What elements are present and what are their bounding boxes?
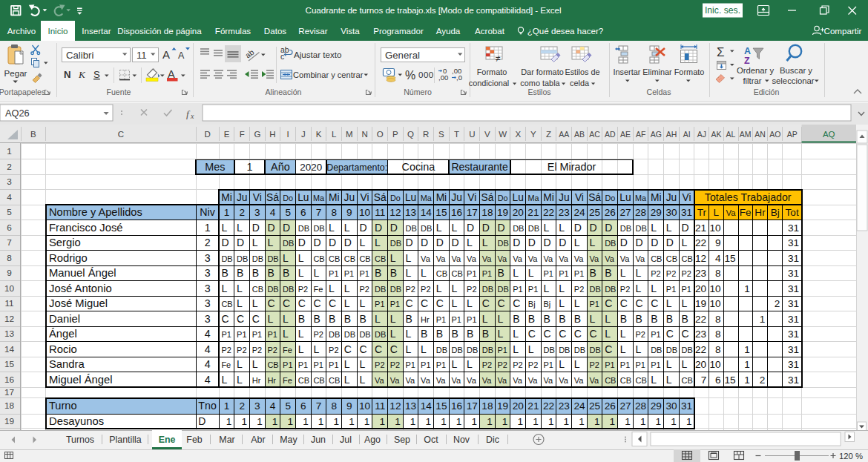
svg-text:18: 18 xyxy=(481,400,493,412)
svg-text:Mi: Mi xyxy=(329,192,340,203)
svg-text:DB: DB xyxy=(574,346,585,354)
svg-text:L: L xyxy=(221,283,227,294)
svg-text:L: L xyxy=(635,343,641,355)
svg-text:19: 19 xyxy=(497,207,508,218)
svg-text:Z: Z xyxy=(744,56,750,66)
svg-text:Sá: Sá xyxy=(374,192,387,203)
svg-text:C: C xyxy=(405,297,412,309)
svg-text:DB: DB xyxy=(605,239,616,248)
svg-text:Va: Va xyxy=(543,254,553,263)
svg-text:DB: DB xyxy=(405,224,416,233)
svg-text:31: 31 xyxy=(788,237,799,248)
svg-text:P1: P1 xyxy=(513,285,522,294)
svg-text:Do: Do xyxy=(605,194,615,202)
svg-text:L: L xyxy=(405,252,411,264)
svg-text:C: C xyxy=(559,328,566,340)
svg-text:D: D xyxy=(513,237,520,248)
svg-text:Vi: Vi xyxy=(467,192,476,203)
svg-text:condicional: condicional xyxy=(469,79,510,88)
svg-text:1: 1 xyxy=(7,146,12,156)
svg-text:P2: P2 xyxy=(237,346,246,354)
svg-text:18: 18 xyxy=(4,400,15,411)
svg-text:L: L xyxy=(237,222,243,234)
svg-text:Va: Va xyxy=(559,254,569,263)
svg-text:10: 10 xyxy=(709,359,721,370)
svg-text:Vi: Vi xyxy=(575,192,584,203)
svg-text:AM: AM xyxy=(740,130,752,139)
svg-text:CB: CB xyxy=(436,269,447,278)
svg-text:D: D xyxy=(589,222,596,234)
svg-text:L: L xyxy=(451,297,457,309)
svg-text:A: A xyxy=(744,46,751,56)
svg-text:10: 10 xyxy=(709,222,721,234)
svg-text:1: 1 xyxy=(349,416,355,427)
svg-text:P2: P2 xyxy=(267,346,277,354)
svg-text:C: C xyxy=(682,328,689,340)
svg-text:B: B xyxy=(574,313,581,325)
svg-text:P1: P1 xyxy=(543,269,553,278)
svg-text:L: L xyxy=(344,283,350,294)
svg-text:Turnos: Turnos xyxy=(66,435,94,445)
svg-text:L: L xyxy=(574,237,580,248)
svg-text:%: % xyxy=(405,69,415,82)
svg-text:L: L xyxy=(666,374,672,386)
svg-text:DB: DB xyxy=(375,330,386,339)
svg-text:1: 1 xyxy=(671,416,677,427)
svg-text:1: 1 xyxy=(686,416,692,427)
svg-text:1: 1 xyxy=(241,416,247,427)
svg-text:DB: DB xyxy=(344,330,355,339)
svg-text:B: B xyxy=(283,267,289,279)
svg-text:P1: P1 xyxy=(283,360,292,369)
svg-text:10: 10 xyxy=(709,298,721,309)
svg-text:Pegar: Pegar xyxy=(4,68,27,78)
svg-text:Disposición de página: Disposición de página xyxy=(117,26,202,36)
svg-text:L: L xyxy=(620,328,626,340)
svg-text:Mi: Mi xyxy=(436,192,447,203)
svg-text:20: 20 xyxy=(695,359,707,370)
svg-text:6: 6 xyxy=(300,207,306,218)
svg-text:L: L xyxy=(620,267,626,279)
svg-text:1: 1 xyxy=(548,416,554,427)
svg-text:10: 10 xyxy=(359,207,371,218)
svg-text:L: L xyxy=(528,343,534,355)
svg-text:B: B xyxy=(620,313,627,325)
svg-text:Va: Va xyxy=(390,376,401,385)
svg-text:D: D xyxy=(682,222,689,234)
svg-text:Tot: Tot xyxy=(786,207,799,218)
svg-text:C: C xyxy=(313,297,320,309)
svg-text:L: L xyxy=(682,358,688,370)
svg-text:L: L xyxy=(666,358,672,370)
svg-text:L: L xyxy=(528,267,534,279)
svg-text:10: 10 xyxy=(709,283,721,294)
svg-text:L: L xyxy=(666,297,672,309)
svg-text:D: D xyxy=(543,237,550,248)
svg-text:Sá: Sá xyxy=(588,192,601,203)
svg-text:Ma: Ma xyxy=(527,194,539,202)
svg-text:P1: P1 xyxy=(574,269,584,278)
svg-text:L: L xyxy=(451,222,457,234)
svg-text:1: 1 xyxy=(625,416,631,427)
svg-text:P2: P2 xyxy=(589,360,599,369)
svg-text:Va: Va xyxy=(451,376,461,385)
svg-text:D: D xyxy=(283,222,290,234)
svg-text:filtrar: filtrar xyxy=(743,76,761,85)
svg-text:Va: Va xyxy=(589,254,599,263)
svg-text:15: 15 xyxy=(4,359,15,369)
svg-text:H: H xyxy=(269,130,275,139)
svg-text:3: 3 xyxy=(7,176,12,187)
svg-text:Programador: Programador xyxy=(373,26,424,36)
svg-text:1: 1 xyxy=(272,416,278,427)
svg-text:Ju: Ju xyxy=(451,192,462,203)
svg-text:Sá: Sá xyxy=(481,192,493,203)
svg-text:Va: Va xyxy=(528,254,539,263)
svg-text:Fe: Fe xyxy=(221,360,231,369)
svg-text:L: L xyxy=(589,237,595,248)
svg-text:L: L xyxy=(497,328,503,340)
svg-text:14: 14 xyxy=(421,400,433,412)
svg-text:21: 21 xyxy=(527,400,539,412)
svg-text:B: B xyxy=(513,313,519,325)
svg-text:B: B xyxy=(605,267,611,279)
svg-text:D: D xyxy=(436,237,444,248)
svg-text:L: L xyxy=(405,328,411,340)
svg-text:P1: P1 xyxy=(605,360,614,369)
